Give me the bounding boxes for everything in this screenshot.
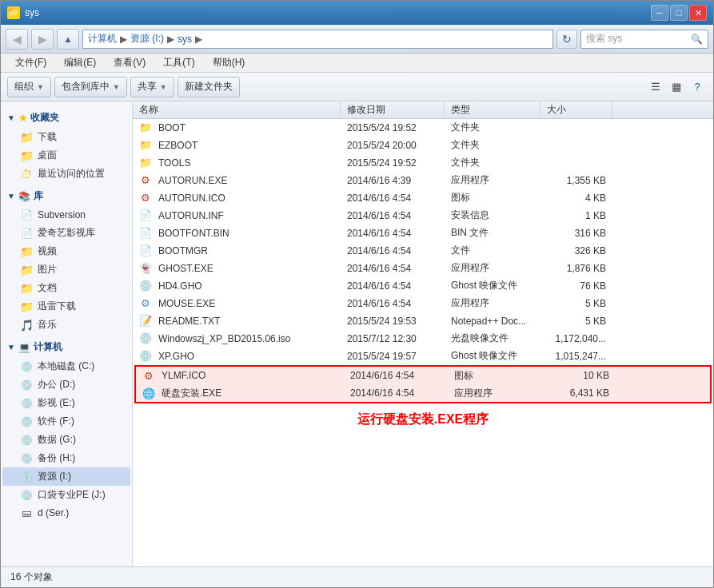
file-date-cell: 2014/6/16 4:54: [341, 207, 445, 224]
title-bar-buttons: ─ □ ✕: [651, 5, 707, 21]
title-bar: 📁 sys ─ □ ✕: [1, 1, 713, 25]
help-button[interactable]: ?: [688, 78, 707, 96]
folder-icon: 📁: [139, 139, 152, 152]
menu-view[interactable]: 查看(V): [106, 54, 154, 71]
drive-icon: 💿: [20, 397, 33, 410]
table-row[interactable]: 📁 BOOT 2015/5/24 19:52 文件夹: [133, 119, 713, 137]
table-row[interactable]: 💿 XP.GHO 2015/5/24 19:57 Ghost 映像文件 1,01…: [133, 348, 713, 365]
close-button[interactable]: ✕: [689, 5, 707, 21]
breadcrumb-sys[interactable]: sys: [178, 34, 192, 45]
back-button[interactable]: ◀: [6, 29, 28, 50]
table-row[interactable]: 🌐 硬盘安装.EXE 2014/6/16 4:54 应用程序 6,431 KB: [136, 384, 710, 402]
sidebar-item-drive-f[interactable]: 💿 软件 (F:): [2, 412, 130, 431]
sidebar-item-video[interactable]: 📁 视频: [2, 242, 130, 260]
sidebar-item-download[interactable]: 📁 下载: [2, 128, 130, 146]
minimize-button[interactable]: ─: [651, 5, 668, 21]
sidebar-item-iqiyi[interactable]: 📄 爱奇艺影视库: [2, 224, 130, 242]
refresh-button[interactable]: ↻: [556, 30, 577, 49]
file-size-cell: [540, 154, 612, 171]
ylmf-ico-icon: ⚙: [142, 369, 155, 382]
exe-icon: ⚙: [139, 174, 152, 187]
view-mode-button[interactable]: ☰: [646, 78, 665, 96]
col-name-header[interactable]: 名称: [133, 101, 341, 118]
sidebar-computer-section: ▼ 💻 计算机 💿 本地磁盘 (C:) 💿 办公 (D:) 💿 影视 (E:): [1, 337, 132, 522]
sidebar-item-drive-d[interactable]: 💿 办公 (D:): [2, 375, 130, 394]
breadcrumb-computer[interactable]: 计算机: [88, 32, 117, 46]
drive-icon: 💿: [20, 415, 33, 428]
file-type-cell: Ghost 映像文件: [445, 277, 540, 294]
sidebar-item-desktop[interactable]: 📁 桌面: [2, 146, 130, 165]
file-date-cell: 2015/5/24 19:53: [341, 312, 445, 329]
share-button[interactable]: 共享 ▼: [130, 77, 174, 97]
drive-icon: 🖴: [20, 507, 33, 519]
search-icon[interactable]: 🔍: [691, 34, 703, 45]
file-icon: 📄: [139, 244, 152, 257]
table-row[interactable]: 💿 HD4.GHO 2014/6/16 4:54 Ghost 映像文件 76 K…: [133, 277, 713, 295]
include-library-button[interactable]: 包含到库中 ▼: [54, 77, 127, 97]
file-name-cell: ⚙ AUTORUN.EXE: [133, 172, 341, 189]
file-type-cell: 文件夹: [445, 119, 540, 136]
menu-help[interactable]: 帮助(H): [205, 54, 253, 71]
table-row[interactable]: ⚙ AUTORUN.EXE 2014/6/16 4:39 应用程序 1,355 …: [133, 172, 713, 189]
sidebar-item-drive-i[interactable]: 💿 资源 (I:): [2, 467, 130, 486]
status-count: 16 个对象: [10, 570, 53, 584]
search-box[interactable]: 搜索 sys 🔍: [580, 30, 708, 49]
file-name-cell: ⚙ YLMF.ICO: [136, 367, 344, 384]
drive-icon: 💿: [20, 489, 33, 502]
sidebar-item-drive-h[interactable]: 💿 备份 (H:): [2, 449, 130, 467]
address-bar[interactable]: 计算机 ▶ 资源 (I:) ▶ sys ▶: [82, 30, 553, 49]
doc-icon: 📄: [20, 227, 33, 240]
sidebar-library-header[interactable]: ▼ 📚 库: [1, 186, 132, 206]
file-date-cell: 2014/6/16 4:54: [341, 242, 445, 259]
table-row[interactable]: 👻 GHOST.EXE 2014/6/16 4:54 应用程序 1,876 KB: [133, 260, 713, 277]
table-row[interactable]: 📄 AUTORUN.INF 2014/6/16 4:54 安装信息 1 KB: [133, 207, 713, 224]
up-button[interactable]: ▲: [57, 29, 79, 50]
file-size-cell: 76 KB: [540, 277, 612, 294]
sidebar-item-music[interactable]: 🎵 音乐: [2, 316, 130, 334]
file-size-cell: 316 KB: [540, 224, 612, 241]
table-row[interactable]: ⚙ MOUSE.EXE 2014/6/16 4:54 应用程序 5 KB: [133, 295, 713, 312]
view-toggle-button[interactable]: ▦: [667, 78, 686, 96]
menu-tools[interactable]: 工具(T): [155, 54, 202, 71]
table-row[interactable]: 📁 TOOLS 2015/5/24 19:52 文件夹: [133, 154, 713, 172]
sidebar-item-drive-g[interactable]: 💿 数据 (G:): [2, 431, 130, 449]
col-date-header[interactable]: 修改日期: [341, 101, 445, 118]
file-date-cell: 2015/5/24 19:52: [341, 119, 445, 136]
sidebar-item-drive-d2[interactable]: 🖴 d (Ser.): [2, 504, 130, 522]
breadcrumb-drive[interactable]: 资源 (I:): [130, 32, 164, 46]
file-type-cell: BIN 文件: [445, 224, 540, 241]
maximize-button[interactable]: □: [670, 5, 688, 21]
file-name-cell: 📁 TOOLS: [133, 154, 341, 171]
table-row[interactable]: 📁 EZBOOT 2015/5/24 20:00 文件夹: [133, 137, 713, 154]
sidebar-item-picture[interactable]: 📁 图片: [2, 260, 130, 279]
table-row[interactable]: 📄 BOOTFONT.BIN 2014/6/16 4:54 BIN 文件 316…: [133, 224, 713, 242]
forward-button[interactable]: ▶: [31, 29, 54, 50]
table-row[interactable]: ⚙ YLMF.ICO 2014/6/16 4:54 图标 10 KB: [136, 367, 710, 384]
new-folder-button[interactable]: 新建文件夹: [178, 77, 240, 97]
txt-icon: 📝: [139, 315, 152, 328]
sidebar-item-subversion[interactable]: 📄 Subversion: [2, 206, 130, 224]
sidebar-item-recent[interactable]: ⏱ 最近访问的位置: [2, 165, 130, 183]
sidebar-computer-header[interactable]: ▼ 💻 计算机: [1, 337, 132, 357]
table-row[interactable]: ⚙ AUTORUN.ICO 2014/6/16 4:54 图标 4 KB: [133, 189, 713, 207]
menu-edit[interactable]: 编辑(E): [56, 54, 104, 71]
table-row[interactable]: 📄 BOOTMGR 2014/6/16 4:54 文件 326 KB: [133, 242, 713, 260]
col-size-header[interactable]: 大小: [540, 101, 612, 118]
sidebar-item-thunder[interactable]: 📁 迅雷下载: [2, 297, 130, 316]
sidebar-item-drive-e[interactable]: 💿 影视 (E:): [2, 394, 130, 412]
menu-file[interactable]: 文件(F): [7, 54, 54, 71]
file-name-cell: 📁 BOOT: [133, 119, 341, 136]
col-type-header[interactable]: 类型: [445, 101, 540, 118]
sidebar: ▼ ★ 收藏夹 📁 下载 📁 桌面 ⏱ 最近访问的位置: [1, 101, 133, 566]
file-date-cell: 2014/6/16 4:54: [341, 295, 445, 312]
sidebar-item-document[interactable]: 📁 文档: [2, 279, 130, 297]
sidebar-item-drive-c[interactable]: 💿 本地磁盘 (C:): [2, 357, 130, 375]
ghost-icon: 👻: [139, 262, 152, 275]
table-row[interactable]: 💿 Windowszj_XP_BD2015.06.iso 2015/7/12 1…: [133, 330, 713, 348]
sidebar-favorites-header[interactable]: ▼ ★ 收藏夹: [1, 108, 132, 128]
organize-button[interactable]: 组织 ▼: [7, 77, 51, 97]
file-size-cell: 10 KB: [544, 367, 616, 384]
table-row[interactable]: 📝 README.TXT 2015/5/24 19:53 Notepad++ D…: [133, 312, 713, 330]
file-name-cell: 📁 EZBOOT: [133, 137, 341, 153]
sidebar-item-drive-j[interactable]: 💿 口袋专业PE (J:): [2, 486, 130, 504]
